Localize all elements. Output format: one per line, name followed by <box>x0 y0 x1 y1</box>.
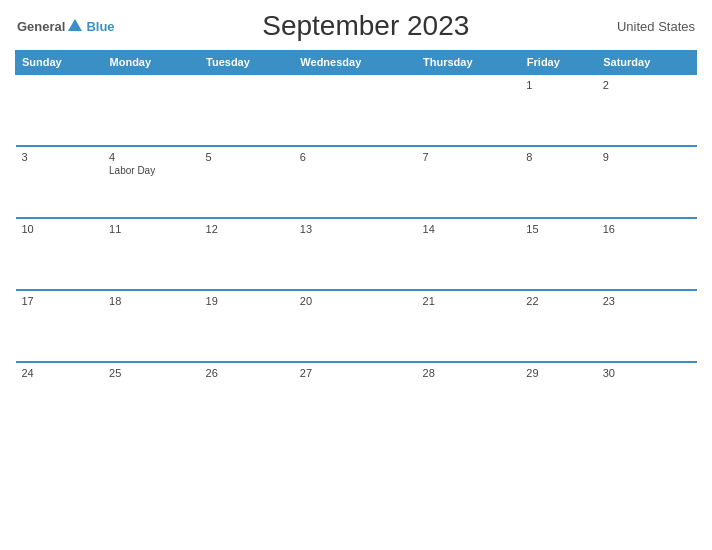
day-number: 13 <box>300 223 411 235</box>
calendar-cell: 16 <box>597 218 697 290</box>
day-number: 1 <box>526 79 590 91</box>
calendar-cell <box>294 74 417 146</box>
day-number: 29 <box>526 367 590 379</box>
week-row-5: 24252627282930 <box>16 362 697 434</box>
day-number: 30 <box>603 367 691 379</box>
day-number: 28 <box>423 367 515 379</box>
calendar-cell: 13 <box>294 218 417 290</box>
day-number: 19 <box>206 295 288 307</box>
day-number: 18 <box>109 295 194 307</box>
calendar-cell: 11 <box>103 218 200 290</box>
weekday-header-saturday: Saturday <box>597 51 697 75</box>
calendar-cell <box>16 74 104 146</box>
day-number: 7 <box>423 151 515 163</box>
day-number: 15 <box>526 223 590 235</box>
logo-triangle-icon <box>68 19 82 31</box>
day-number: 20 <box>300 295 411 307</box>
calendar-cell: 28 <box>417 362 521 434</box>
day-number: 27 <box>300 367 411 379</box>
week-row-3: 10111213141516 <box>16 218 697 290</box>
calendar-cell: 14 <box>417 218 521 290</box>
calendar-cell: 7 <box>417 146 521 218</box>
calendar-cell: 6 <box>294 146 417 218</box>
holiday-label: Labor Day <box>109 165 194 176</box>
calendar-grid: SundayMondayTuesdayWednesdayThursdayFrid… <box>15 50 697 434</box>
weekday-header-monday: Monday <box>103 51 200 75</box>
calendar-cell: 29 <box>520 362 596 434</box>
calendar-cell: 24 <box>16 362 104 434</box>
weekday-header-row: SundayMondayTuesdayWednesdayThursdayFrid… <box>16 51 697 75</box>
weekday-header-sunday: Sunday <box>16 51 104 75</box>
calendar-cell: 19 <box>200 290 294 362</box>
day-number: 25 <box>109 367 194 379</box>
day-number: 23 <box>603 295 691 307</box>
calendar-container: General Blue September 2023 United State… <box>0 0 712 550</box>
day-number: 17 <box>22 295 98 307</box>
calendar-cell: 10 <box>16 218 104 290</box>
day-number: 6 <box>300 151 411 163</box>
calendar-cell: 17 <box>16 290 104 362</box>
week-row-4: 17181920212223 <box>16 290 697 362</box>
day-number: 16 <box>603 223 691 235</box>
day-number: 12 <box>206 223 288 235</box>
day-number: 24 <box>22 367 98 379</box>
country-label: United States <box>617 19 695 34</box>
day-number: 8 <box>526 151 590 163</box>
logo: General Blue <box>17 17 115 35</box>
day-number: 14 <box>423 223 515 235</box>
calendar-cell: 5 <box>200 146 294 218</box>
calendar-cell: 26 <box>200 362 294 434</box>
weekday-header-thursday: Thursday <box>417 51 521 75</box>
calendar-cell: 23 <box>597 290 697 362</box>
calendar-cell: 25 <box>103 362 200 434</box>
calendar-cell: 9 <box>597 146 697 218</box>
calendar-cell: 3 <box>16 146 104 218</box>
calendar-cell: 18 <box>103 290 200 362</box>
weekday-header-tuesday: Tuesday <box>200 51 294 75</box>
day-number: 3 <box>22 151 98 163</box>
day-number: 10 <box>22 223 98 235</box>
day-number: 26 <box>206 367 288 379</box>
calendar-cell: 12 <box>200 218 294 290</box>
calendar-title: September 2023 <box>115 10 617 42</box>
weekday-header-wednesday: Wednesday <box>294 51 417 75</box>
calendar-cell: 22 <box>520 290 596 362</box>
calendar-cell: 21 <box>417 290 521 362</box>
day-number: 9 <box>603 151 691 163</box>
logo-general-text: General <box>17 19 65 34</box>
weekday-header-friday: Friday <box>520 51 596 75</box>
calendar-cell: 15 <box>520 218 596 290</box>
calendar-cell: 20 <box>294 290 417 362</box>
calendar-cell <box>103 74 200 146</box>
day-number: 22 <box>526 295 590 307</box>
calendar-cell: 8 <box>520 146 596 218</box>
day-number: 11 <box>109 223 194 235</box>
calendar-header: General Blue September 2023 United State… <box>15 10 697 42</box>
week-row-1: 12 <box>16 74 697 146</box>
day-number: 4 <box>109 151 194 163</box>
calendar-cell: 2 <box>597 74 697 146</box>
day-number: 2 <box>603 79 691 91</box>
calendar-cell: 27 <box>294 362 417 434</box>
day-number: 5 <box>206 151 288 163</box>
calendar-cell: 4Labor Day <box>103 146 200 218</box>
calendar-cell <box>417 74 521 146</box>
day-number: 21 <box>423 295 515 307</box>
calendar-cell: 1 <box>520 74 596 146</box>
logo-blue-text: Blue <box>86 19 114 34</box>
week-row-2: 34Labor Day56789 <box>16 146 697 218</box>
calendar-cell: 30 <box>597 362 697 434</box>
calendar-cell <box>200 74 294 146</box>
